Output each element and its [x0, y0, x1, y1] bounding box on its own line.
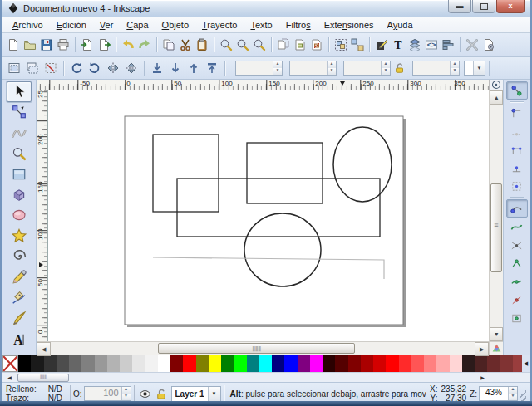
color-swatch[interactable] — [513, 355, 522, 372]
height-spinbox[interactable]: ▲▼ — [412, 61, 460, 76]
color-swatch[interactable] — [95, 355, 107, 372]
deselect-button[interactable] — [42, 58, 60, 78]
vertical-ruler[interactable]: 250200150100500 — [37, 90, 48, 341]
snap-path-intersections-button[interactable] — [506, 236, 528, 254]
color-swatch[interactable] — [462, 355, 475, 372]
color-swatch[interactable] — [399, 355, 411, 372]
snap-bbox-centers-button[interactable] — [506, 177, 528, 195]
palette-scrollbar[interactable]: ◀ ⦀⦀⦀ ▶ — [2, 372, 530, 382]
ellipse-tool-button[interactable] — [7, 205, 32, 226]
pencil-tool-button[interactable] — [7, 267, 32, 288]
tweak-tool-button[interactable] — [7, 123, 32, 144]
ruler-corner-button[interactable] — [489, 80, 503, 90]
rectangle-tool-button[interactable] — [7, 164, 32, 184]
zoom-page-button[interactable] — [251, 35, 268, 55]
horizontal-ruler[interactable]: -50050100150200250300350 — [37, 80, 489, 90]
import-button[interactable] — [79, 35, 96, 55]
palette-scroll-left-arrow[interactable]: ◀ — [522, 355, 530, 372]
snap-bounding-box-button[interactable] — [506, 104, 528, 122]
color-swatch[interactable] — [386, 355, 398, 372]
snap-bbox-edges-button[interactable] — [506, 122, 528, 140]
restore-button[interactable] — [472, 0, 495, 13]
unit-dropdown-arrow[interactable]: ▼ — [473, 61, 485, 75]
color-swatch[interactable] — [81, 355, 94, 372]
text-tool-button[interactable]: A — [7, 329, 32, 350]
star-tool-button[interactable] — [7, 226, 32, 247]
color-swatch[interactable] — [69, 355, 81, 372]
page-border[interactable] — [125, 116, 403, 325]
lock-ratio-icon[interactable] — [394, 62, 406, 74]
undo-button[interactable] — [120, 35, 136, 55]
layer-lock-icon[interactable] — [155, 388, 167, 400]
scroll-up-button[interactable]: ▲ — [490, 90, 503, 105]
color-swatch[interactable] — [183, 355, 195, 372]
save-document-button[interactable] — [38, 35, 55, 55]
color-swatch[interactable] — [209, 355, 221, 372]
flip-vertical-button[interactable] — [122, 58, 140, 78]
create-clone-button[interactable] — [292, 35, 308, 55]
color-swatch[interactable] — [18, 355, 31, 372]
select-all-button[interactable] — [5, 58, 23, 78]
color-swatch[interactable] — [145, 355, 158, 372]
snap-object-centers-button[interactable] — [506, 309, 528, 327]
resize-grip[interactable] — [520, 385, 526, 402]
export-button[interactable] — [96, 35, 112, 55]
opacity-spinbox[interactable]: 100 ▲▼ — [84, 386, 131, 401]
color-swatch[interactable] — [107, 355, 120, 372]
snap-bbox-edge-midpoints-button[interactable] — [506, 159, 528, 177]
raise-button[interactable] — [185, 58, 203, 78]
menu-capa[interactable]: Capa — [120, 18, 155, 32]
unlink-clone-button[interactable] — [308, 35, 325, 55]
y-spinbox[interactable]: ▲▼ — [289, 61, 337, 76]
color-swatch[interactable] — [348, 355, 361, 372]
color-swatch[interactable] — [373, 355, 386, 372]
color-swatch[interactable] — [298, 355, 310, 372]
color-swatch[interactable] — [335, 355, 347, 372]
enable-snapping-button[interactable] — [506, 81, 528, 100]
paste-button[interactable] — [194, 35, 210, 55]
color-swatch[interactable] — [221, 355, 234, 372]
redo-button[interactable] — [136, 35, 153, 55]
zoom-selection-button[interactable] — [218, 35, 234, 55]
scroll-left-button[interactable]: ◀ — [37, 342, 51, 356]
titlebar[interactable]: Documento nuevo 4 - Inkscape ▬ x — [2, 0, 530, 17]
unit-dropdown[interactable]: ▼ — [464, 61, 485, 76]
box3d-tool-button[interactable] — [7, 184, 32, 205]
no-color-swatch[interactable] — [2, 355, 18, 372]
lower-button[interactable] — [166, 58, 185, 78]
xml-editor-button[interactable]: <> — [423, 35, 440, 55]
ungroup-objects-button[interactable] — [349, 35, 366, 55]
calligraphy-tool-button[interactable] — [7, 308, 32, 329]
canvas[interactable] — [48, 90, 489, 341]
menu-texto[interactable]: Texto — [244, 18, 278, 32]
color-swatch[interactable] — [272, 355, 284, 372]
color-swatch[interactable] — [411, 355, 424, 372]
layers-dialog-button[interactable] — [406, 35, 423, 55]
fill-stroke-dialog-button[interactable] — [373, 35, 390, 55]
menu-ver[interactable]: Ver — [93, 18, 121, 32]
width-spinbox[interactable]: ▲▼ — [343, 61, 391, 76]
color-swatch[interactable] — [57, 355, 69, 372]
layer-visibility-eye-icon[interactable] — [139, 388, 151, 400]
spiral-tool-button[interactable] — [7, 247, 32, 267]
layer-dropdown[interactable]: Layer 1 ▼ — [171, 386, 221, 402]
zoom-spinbox[interactable]: 43% ▲▼ — [479, 386, 518, 401]
color-swatch[interactable] — [323, 355, 335, 372]
color-swatch[interactable] — [170, 355, 183, 372]
menu-trayecto[interactable]: Trayecto — [195, 18, 244, 32]
color-swatch[interactable] — [196, 355, 209, 372]
open-document-button[interactable] — [22, 35, 38, 55]
close-button[interactable]: x — [496, 0, 525, 13]
rotate-ccw-button[interactable] — [67, 58, 86, 78]
menu-archivo[interactable]: Archivo — [6, 18, 50, 32]
snap-paths-button[interactable] — [506, 218, 528, 236]
color-swatch[interactable] — [361, 355, 373, 372]
snap-nodes-button[interactable] — [506, 199, 528, 218]
align-distribute-dialog-button[interactable] — [440, 35, 456, 55]
color-swatch[interactable] — [120, 355, 132, 372]
node-tool-button[interactable] — [7, 102, 32, 123]
color-swatch[interactable] — [247, 355, 259, 372]
group-objects-button[interactable] — [332, 35, 349, 55]
snap-bbox-corners-button[interactable] — [506, 140, 528, 159]
color-swatch[interactable] — [487, 355, 500, 372]
